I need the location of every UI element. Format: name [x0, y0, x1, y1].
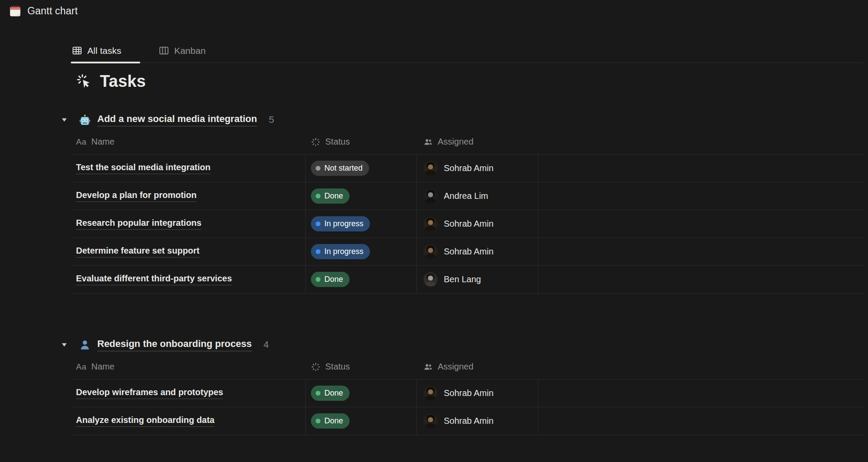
- column-header-name[interactable]: AaName: [71, 362, 306, 372]
- empty-cell: [538, 238, 864, 265]
- text-property-icon: Aa: [76, 137, 86, 147]
- assigned-cell[interactable]: Sohrab Amin: [417, 380, 538, 407]
- group-title-link[interactable]: Redesign the onboarding process: [97, 338, 252, 351]
- board-view-icon: [158, 45, 169, 56]
- status-dot-icon: [316, 221, 320, 226]
- person-icon: [79, 339, 91, 351]
- status-dot-icon: [316, 277, 320, 282]
- status-badge[interactable]: In progress: [311, 244, 370, 259]
- table-view-icon: [72, 45, 83, 56]
- avatar: [423, 161, 438, 175]
- group-count: 4: [264, 339, 269, 350]
- column-label: Assigned: [438, 362, 473, 372]
- status-property-icon: [311, 137, 320, 147]
- column-label: Name: [91, 362, 114, 372]
- column-label: Name: [91, 137, 114, 147]
- column-header-assigned[interactable]: Assigned: [417, 362, 538, 372]
- name-cell[interactable]: Research popular integrations: [71, 210, 306, 238]
- empty-cell: [538, 266, 864, 293]
- task-name-link[interactable]: Test the social media integration: [76, 162, 211, 174]
- task-group: Redesign the onboarding process 4 AaName…: [0, 335, 868, 435]
- status-cell[interactable]: Done: [306, 266, 417, 293]
- table-row: Research popular integrations In progres…: [71, 210, 864, 238]
- table-row: Test the social media integration Not st…: [71, 155, 864, 182]
- column-label: Status: [325, 137, 350, 147]
- status-dot-icon: [316, 194, 320, 198]
- table-row: Determine feature set support In progres…: [71, 238, 864, 266]
- column-header-status[interactable]: Status: [306, 362, 417, 372]
- task-name-link[interactable]: Research popular integrations: [76, 218, 201, 230]
- status-dot-icon: [316, 419, 320, 423]
- status-cell[interactable]: In progress: [306, 238, 417, 265]
- tab-label: All tasks: [87, 46, 121, 56]
- group-header: Redesign the onboarding process 4: [0, 335, 868, 354]
- status-property-icon: [311, 362, 320, 372]
- tab-all-tasks[interactable]: All tasks: [71, 42, 140, 63]
- status-cell[interactable]: Done: [306, 407, 417, 435]
- table-row: Develop a plan for promotion Done Andrea…: [71, 182, 864, 210]
- name-cell[interactable]: Determine feature set support: [71, 238, 306, 265]
- status-badge[interactable]: Done: [311, 272, 350, 287]
- assigned-cell[interactable]: Sohrab Amin: [417, 155, 538, 182]
- status-cell[interactable]: Done: [306, 182, 417, 210]
- database-title[interactable]: Tasks: [100, 72, 146, 91]
- status-cell[interactable]: Done: [306, 380, 417, 407]
- people-property-icon: [423, 362, 433, 372]
- empty-cell: [538, 407, 864, 435]
- status-badge[interactable]: Done: [311, 188, 350, 204]
- column-label: Assigned: [438, 137, 473, 147]
- collapse-toggle-icon[interactable]: [60, 116, 69, 124]
- avatar: [423, 272, 438, 287]
- task-name-link[interactable]: Develop wireframes and prototypes: [76, 387, 223, 399]
- avatar: [423, 189, 438, 203]
- group-header: Add a new social media integration 5: [0, 110, 868, 129]
- task-name-link[interactable]: Evaluate different third-party services: [76, 274, 232, 285]
- status-cell[interactable]: Not started: [306, 155, 417, 182]
- status-cell[interactable]: In progress: [306, 210, 417, 238]
- name-cell[interactable]: Evaluate different third-party services: [71, 266, 306, 293]
- status-badge[interactable]: Done: [311, 386, 350, 401]
- task-group: Add a new social media integration 5 AaN…: [0, 110, 868, 294]
- table-row: Evaluate different third-party services …: [71, 266, 864, 294]
- column-header-status[interactable]: Status: [306, 137, 417, 147]
- column-label: Status: [325, 362, 350, 372]
- status-badge[interactable]: In progress: [311, 216, 370, 231]
- task-name-link[interactable]: Develop a plan for promotion: [76, 190, 197, 202]
- collapse-toggle-icon[interactable]: [60, 340, 69, 349]
- name-cell[interactable]: Develop a plan for promotion: [71, 182, 306, 210]
- group-title-link[interactable]: Add a new social media integration: [97, 113, 257, 126]
- empty-cell: [538, 380, 864, 407]
- column-header-assigned[interactable]: Assigned: [417, 137, 538, 147]
- assigned-cell[interactable]: Sohrab Amin: [417, 210, 538, 238]
- assigned-cell[interactable]: Sohrab Amin: [417, 238, 538, 265]
- status-dot-icon: [316, 249, 320, 254]
- avatar: [423, 414, 438, 428]
- avatar: [423, 244, 438, 259]
- robot-icon: [79, 114, 91, 126]
- column-header-name[interactable]: AaName: [71, 137, 306, 147]
- name-cell[interactable]: Analyze existing onboarding data: [71, 407, 306, 435]
- task-name-link[interactable]: Determine feature set support: [76, 246, 200, 257]
- name-cell[interactable]: Develop wireframes and prototypes: [71, 380, 306, 407]
- task-table: AaName Status Assigned Develop wireframe…: [71, 354, 864, 435]
- table-header-row: AaName Status Assigned: [71, 354, 864, 380]
- status-badge[interactable]: Not started: [311, 161, 369, 176]
- status-badge[interactable]: Done: [311, 413, 350, 429]
- table-header-row: AaName Status Assigned: [71, 129, 864, 155]
- empty-cell: [538, 155, 864, 182]
- breadcrumb[interactable]: Gantt chart: [9, 4, 78, 17]
- empty-cell: [538, 210, 864, 238]
- assigned-cell[interactable]: Ben Lang: [417, 266, 538, 293]
- task-table: AaName Status Assigned Test the social m…: [71, 129, 864, 294]
- group-count: 5: [269, 114, 274, 125]
- assigned-cell[interactable]: Andrea Lim: [417, 182, 538, 210]
- status-dot-icon: [316, 166, 320, 171]
- name-cell[interactable]: Test the social media integration: [71, 155, 306, 182]
- database-heading: Tasks: [77, 72, 146, 91]
- assigned-cell[interactable]: Sohrab Amin: [417, 407, 538, 435]
- cursor-click-icon: [77, 74, 92, 89]
- task-name-link[interactable]: Analyze existing onboarding data: [76, 415, 215, 427]
- tab-kanban[interactable]: Kanban: [158, 42, 206, 63]
- view-tabbar: All tasks Kanban: [71, 42, 864, 63]
- tab-label: Kanban: [174, 46, 205, 56]
